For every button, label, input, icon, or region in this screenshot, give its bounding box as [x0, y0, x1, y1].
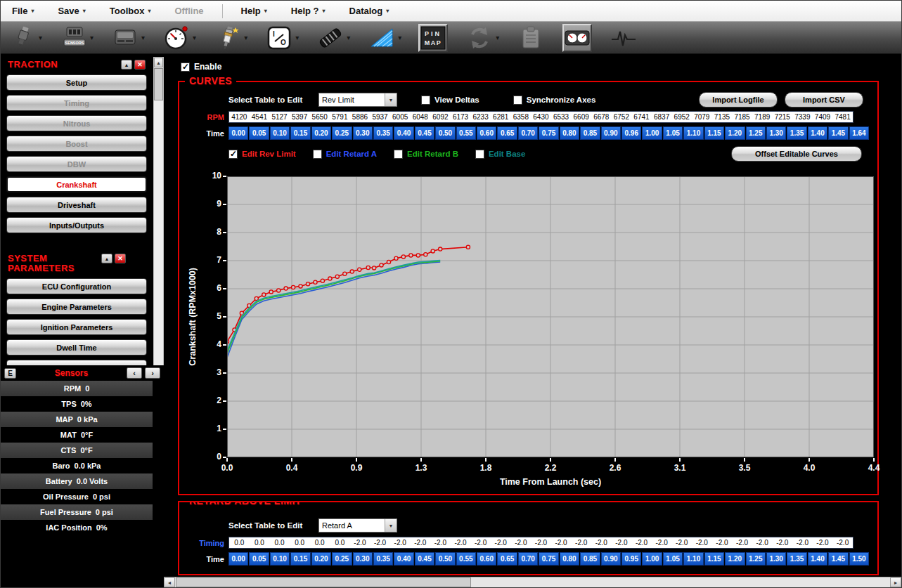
- rpm-cell[interactable]: 5397: [290, 113, 310, 121]
- retard-time-cell[interactable]: 1.10: [683, 552, 703, 566]
- curves-table-select[interactable]: Rev Limit ▼: [318, 93, 397, 107]
- scroll-left-icon[interactable]: ◂: [164, 577, 175, 587]
- rpm-cell[interactable]: 5937: [370, 113, 390, 121]
- retard-time-cell[interactable]: 0.80: [560, 552, 579, 566]
- horizontal-scrollbar[interactable]: ◂ ▸: [164, 577, 901, 587]
- menu-item-offline[interactable]: Offline: [174, 6, 203, 16]
- rpm-cell[interactable]: 7189: [752, 113, 773, 121]
- retard-time-cell[interactable]: 1.50: [849, 552, 869, 566]
- dual-gauge-icon[interactable]: [562, 24, 592, 52]
- time-cell[interactable]: 0.15: [290, 126, 310, 140]
- clipboard-icon[interactable]: [516, 24, 546, 52]
- sensors-prev-button[interactable]: ‹: [127, 367, 142, 379]
- menu-item-datalog[interactable]: Datalog▾: [349, 6, 389, 16]
- rpm-cell[interactable]: 6952: [671, 113, 692, 121]
- timing-cell[interactable]: -2.0: [350, 539, 371, 547]
- close-panel-button[interactable]: ✕: [115, 254, 126, 263]
- rpm-cell[interactable]: 7339: [792, 113, 813, 121]
- retard-time-cell[interactable]: 0.45: [415, 552, 434, 566]
- time-cell[interactable]: 1.00: [642, 126, 662, 140]
- sidebar-scrollbar[interactable]: ▲ ▼: [153, 57, 164, 418]
- timing-cell[interactable]: 0.0: [229, 539, 250, 547]
- retard-time-cell[interactable]: 1.20: [725, 552, 745, 566]
- menu-item-help-2[interactable]: Help ?▾: [291, 6, 326, 16]
- retard-time-cell[interactable]: 0.30: [353, 552, 373, 566]
- retard-time-cell[interactable]: 0.90: [601, 552, 621, 566]
- fan-blade-icon[interactable]: [367, 24, 397, 52]
- pin-map-icon[interactable]: PINMAP: [418, 24, 448, 52]
- time-cell[interactable]: 0.75: [539, 126, 558, 140]
- retard-time-cell[interactable]: 0.10: [270, 552, 290, 566]
- time-cell[interactable]: 1.25: [746, 126, 766, 140]
- enable-checkbox[interactable]: [181, 63, 190, 72]
- rpm-cell[interactable]: 7185: [732, 113, 752, 121]
- rpm-cell[interactable]: 6092: [430, 113, 451, 121]
- retard-time-cell[interactable]: 0.20: [311, 552, 331, 566]
- time-cell[interactable]: 1.15: [704, 126, 724, 140]
- time-cell[interactable]: 1.40: [808, 126, 827, 140]
- sidebar-item-inputs-outputs[interactable]: Inputs/Outputs: [6, 217, 147, 233]
- edit-toggle-checkbox[interactable]: [475, 150, 484, 159]
- time-cell[interactable]: 0.85: [580, 126, 600, 140]
- menu-item-toolbox[interactable]: Toolbox▾: [110, 6, 151, 16]
- menu-item-save[interactable]: Save▾: [58, 6, 85, 16]
- time-cell[interactable]: 1.30: [766, 126, 786, 140]
- time-cell[interactable]: 0.70: [518, 126, 538, 140]
- retard-time-cell[interactable]: 0.55: [456, 552, 476, 566]
- timing-cell[interactable]: 0.0: [309, 539, 330, 547]
- sidebar-item-ignition-parameters[interactable]: Ignition Parameters: [6, 319, 147, 335]
- retard-time-cell[interactable]: 0.50: [435, 552, 455, 566]
- spark-plug-icon[interactable]: [213, 24, 243, 52]
- chevron-down-icon[interactable]: ▾: [244, 34, 247, 41]
- rpm-cell[interactable]: 6358: [511, 113, 531, 121]
- chevron-down-icon[interactable]: ▾: [90, 34, 94, 41]
- rpm-cell[interactable]: 6005: [390, 113, 411, 121]
- sensors-icon[interactable]: SENSORS: [59, 24, 89, 52]
- timing-cell[interactable]: -2.0: [631, 539, 652, 547]
- fuel-injector-icon[interactable]: [8, 24, 37, 52]
- scrollbar-thumb[interactable]: [176, 577, 471, 587]
- retard-time-cell[interactable]: 0.25: [332, 552, 352, 566]
- sidebar-item-ecu-configuration[interactable]: ECU Configuration: [6, 278, 147, 294]
- rpm-cell[interactable]: 7215: [772, 113, 792, 121]
- timing-cell[interactable]: -2.0: [712, 539, 733, 547]
- timing-cell[interactable]: 0.0: [290, 539, 310, 547]
- chevron-down-icon[interactable]: ▾: [347, 34, 350, 41]
- retard-time-cell[interactable]: 0.05: [249, 552, 269, 566]
- timing-cell[interactable]: -2.0: [652, 539, 672, 547]
- edit-toggle-edit-retard-b[interactable]: Edit Retard B: [394, 150, 458, 159]
- timing-cell[interactable]: -2.0: [671, 539, 692, 547]
- timing-cell[interactable]: -2.0: [511, 539, 531, 547]
- rpm-cell[interactable]: 5791: [330, 113, 350, 121]
- sensors-next-button[interactable]: ›: [145, 367, 160, 379]
- time-cell[interactable]: 0.30: [353, 126, 373, 140]
- time-cell[interactable]: 0.50: [435, 126, 455, 140]
- timing-cell[interactable]: -2.0: [551, 539, 572, 547]
- scrollbar-thumb[interactable]: [154, 68, 163, 100]
- time-cell[interactable]: 1.20: [725, 126, 745, 140]
- timing-cell[interactable]: -2.0: [451, 539, 471, 547]
- collapse-panel-button[interactable]: ▲: [121, 60, 132, 70]
- time-cell[interactable]: 0.00: [228, 126, 248, 140]
- enable-toggle[interactable]: Enable: [181, 62, 221, 72]
- rpm-cell[interactable]: 7079: [692, 113, 712, 121]
- rpm-cell[interactable]: 6533: [551, 113, 572, 121]
- retard-time-cell[interactable]: 1.30: [766, 552, 786, 566]
- rpm-cell[interactable]: 6173: [451, 113, 471, 121]
- rpm-cell[interactable]: 6048: [410, 113, 430, 121]
- rpm-cell[interactable]: 6609: [571, 113, 591, 121]
- rpm-cell[interactable]: 6837: [652, 113, 672, 121]
- sidebar-item-dwell-time[interactable]: Dwell Time: [6, 339, 147, 355]
- time-cell[interactable]: 1.05: [663, 126, 683, 140]
- rpm-cell[interactable]: 4120: [229, 113, 250, 121]
- timing-cell[interactable]: -2.0: [692, 539, 712, 547]
- timing-cell[interactable]: -2.0: [531, 539, 551, 547]
- edit-toggle-edit-retard-a[interactable]: Edit Retard A: [313, 150, 377, 159]
- time-cell[interactable]: 0.90: [601, 126, 621, 140]
- retard-time-cell[interactable]: 0.15: [290, 552, 310, 566]
- menu-item-file[interactable]: File▾: [12, 6, 34, 16]
- retard-time-cell[interactable]: 0.60: [477, 552, 496, 566]
- timing-cell[interactable]: -2.0: [832, 539, 853, 547]
- chevron-down-icon[interactable]: ▾: [295, 34, 299, 41]
- retard-time-cell[interactable]: 0.35: [373, 552, 393, 566]
